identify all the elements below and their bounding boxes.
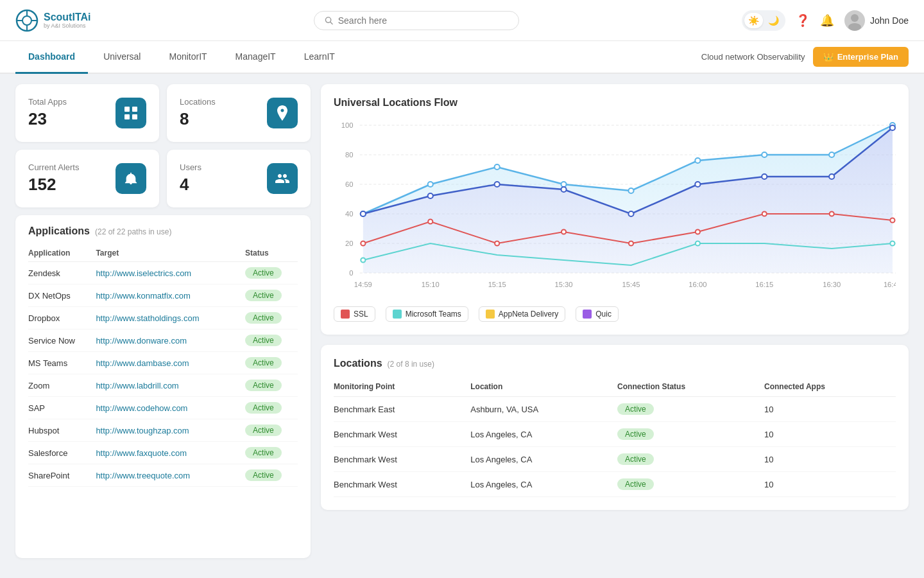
app-url[interactable]: http://www.iselectrics.com: [96, 262, 245, 285]
apps-table-header: Application Target Status: [28, 245, 298, 262]
search-input[interactable]: [338, 15, 508, 26]
svg-point-38: [495, 164, 500, 170]
col-connected-apps: Connected Apps: [764, 377, 896, 397]
svg-text:100: 100: [341, 121, 354, 129]
table-row: Benchmark West Los Angeles, CA Active 10: [334, 472, 896, 497]
locations-table: Monitoring Point Location Connection Sta…: [334, 377, 896, 497]
app-url[interactable]: http://www.codehow.com: [96, 397, 245, 419]
locations-table-body: Benchmark East Ashburn, VA, USA Active 1…: [334, 397, 896, 497]
loc-location: Los Angeles, CA: [470, 422, 617, 447]
col-location: Location: [470, 377, 617, 397]
app-url[interactable]: http://www.treequote.com: [96, 464, 245, 487]
app-url[interactable]: http://www.labdrill.com: [96, 374, 245, 397]
svg-text:16:15: 16:15: [755, 281, 773, 288]
app-url[interactable]: http://www.konmatfix.com: [96, 285, 245, 307]
light-mode-button[interactable]: ☀️: [744, 13, 763, 28]
app-name: Zendesk: [28, 262, 96, 285]
svg-point-48: [495, 182, 500, 187]
legend-appneta-dot: [486, 310, 495, 319]
app-status: Active: [245, 352, 298, 374]
stats-grid: Total Apps 23 Locations 8: [15, 84, 311, 207]
applications-table: Application Target Status Zendesk http:/…: [28, 245, 298, 487]
left-panel: Total Apps 23 Locations 8: [15, 84, 311, 558]
svg-point-66: [890, 241, 894, 246]
svg-point-39: [561, 182, 566, 187]
stat-label-locations: Locations: [180, 97, 216, 107]
logo-icon: [15, 9, 38, 32]
legend-appneta-label: AppNeta Delivery: [499, 310, 558, 319]
enterprise-label: Enterprise Plan: [837, 52, 898, 62]
svg-point-55: [361, 241, 365, 246]
svg-point-50: [628, 211, 633, 216]
stat-card-users: Users 4: [167, 150, 311, 207]
loc-status: Active: [617, 422, 764, 447]
nav-item-manageit[interactable]: ManageIT: [223, 41, 289, 74]
locations-table-header: Monitoring Point Location Connection Sta…: [334, 377, 896, 397]
nav-item-dashboard[interactable]: Dashboard: [15, 41, 88, 74]
col-target: Target: [96, 245, 245, 262]
app-status: Active: [245, 419, 298, 442]
app-name: Hubspot: [28, 419, 96, 442]
loc-apps: 10: [764, 422, 896, 447]
stat-icon-users: [267, 163, 298, 194]
notification-icon[interactable]: 🔔: [820, 13, 834, 28]
table-row: Salesforce http://www.faxquote.com Activ…: [28, 442, 298, 464]
right-panel: Universal Locations Flow 100 80 60 40 20: [321, 84, 909, 558]
nav-item-learnit[interactable]: LearnIT: [291, 41, 348, 74]
locations-title: Locations: [334, 358, 382, 369]
main-content: Total Apps 23 Locations 8: [0, 74, 924, 568]
app-name: SAP: [28, 397, 96, 419]
legend-appneta: AppNeta Delivery: [479, 306, 565, 322]
nav-item-universal[interactable]: Universal: [90, 41, 153, 74]
loc-location: Los Angeles, CA: [470, 472, 617, 497]
stat-card-locations: Locations 8: [167, 84, 311, 142]
chart-svg: 100 80 60 40 20 0 14:59 15:10 15:15 15:3…: [334, 119, 896, 299]
svg-point-54: [890, 125, 895, 130]
apps-header: Applications (22 of 22 paths in use): [28, 225, 298, 237]
stat-value-users: 4: [180, 175, 201, 195]
table-row: SharePoint http://www.treequote.com Acti…: [28, 464, 298, 487]
app-url[interactable]: http://www.donware.com: [96, 329, 245, 352]
dark-mode-button[interactable]: 🌙: [764, 13, 783, 28]
loc-apps: 10: [764, 397, 896, 422]
locations-subtitle: (2 of 8 in use): [388, 360, 434, 369]
theme-toggle[interactable]: ☀️ 🌙: [742, 10, 785, 31]
app-status: Active: [245, 397, 298, 419]
stat-info-locations: Locations 8: [180, 97, 216, 129]
stat-card-total-apps: Total Apps 23: [15, 84, 159, 142]
app-url[interactable]: http://www.faxquote.com: [96, 442, 245, 464]
stat-info-total-apps: Total Apps 23: [28, 97, 67, 129]
app-url[interactable]: http://www.dambase.com: [96, 352, 245, 374]
app-status: Active: [245, 262, 298, 285]
loc-status: Active: [617, 447, 764, 472]
loc-apps: 10: [764, 447, 896, 472]
search-bar[interactable]: [314, 11, 519, 30]
table-row: Service Now http://www.donware.com Activ…: [28, 329, 298, 352]
svg-point-61: [762, 212, 767, 216]
app-status: Active: [245, 285, 298, 307]
user-info[interactable]: John Doe: [844, 10, 909, 31]
search-icon: [325, 16, 333, 25]
app-url[interactable]: http://www.toughzap.com: [96, 419, 245, 442]
enterprise-plan-button[interactable]: 👑 Enterprise Plan: [813, 47, 909, 67]
svg-text:60: 60: [345, 180, 353, 188]
svg-text:80: 80: [345, 151, 353, 159]
app-name: MS Teams: [28, 352, 96, 374]
svg-point-60: [696, 230, 700, 234]
loc-location: Ashburn, VA, USA: [470, 397, 617, 422]
chart-title: Universal Locations Flow: [334, 97, 896, 109]
stat-info-users: Users 4: [180, 162, 201, 195]
legend-msteams-dot: [393, 310, 402, 319]
col-status: Status: [245, 245, 298, 262]
chart-legend: SSL Microsoft Teams AppNeta Delivery Qui…: [334, 306, 896, 322]
legend-ssl-label: SSL: [354, 310, 368, 319]
loc-point: Benchmark West: [334, 447, 470, 472]
svg-point-64: [361, 258, 365, 263]
logo-subtitle: by A&I Solutions: [44, 22, 90, 29]
svg-point-9: [848, 23, 861, 31]
nav-item-monitorit[interactable]: MonitorIT: [156, 41, 219, 74]
user-name: John Doe: [870, 15, 909, 26]
app-url[interactable]: http://www.statholdings.com: [96, 307, 245, 329]
app-status: Active: [245, 442, 298, 464]
help-icon[interactable]: ❓: [796, 13, 810, 28]
